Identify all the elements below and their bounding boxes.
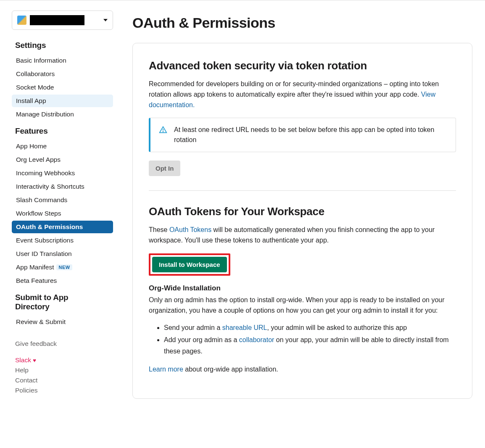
token-rotation-desc-text: Recommended for developers building on o… (149, 80, 439, 98)
opt-in-button[interactable]: Opt In (149, 161, 180, 176)
sidebar-item-label: Workflow Steps (16, 210, 61, 217)
sidebar-item-label: Event Subscriptions (16, 237, 74, 244)
collaborator-link[interactable]: collaborator (239, 336, 274, 343)
oauth-tokens-desc-a: These (149, 226, 169, 233)
footer-link-help[interactable]: Help (15, 365, 113, 375)
token-rotation-title: Advanced token security via token rotati… (149, 59, 456, 72)
alert-text: At least one redirect URL needs to be se… (174, 125, 447, 145)
sidebar-item-label: App Manifest (16, 264, 54, 271)
install-button-highlight: Install to Workspace (149, 253, 230, 276)
list-item: Send your admin a shareable URL, your ad… (164, 322, 456, 333)
sidebar-item-org-level-apps[interactable]: Org Level Apps (12, 153, 113, 166)
org-wide-title: Org-Wide Installation (149, 284, 456, 293)
sidebar-item-app-manifest[interactable]: App Manifest NEW (12, 261, 113, 274)
footer-links: Slack ♥ Help Contact Policies (15, 355, 113, 395)
heart-icon: ♥ (33, 357, 36, 364)
sidebar-item-install-app[interactable]: Install App (12, 95, 113, 107)
chevron-down-icon (103, 19, 108, 21)
bullet1-a: Send your admin a (164, 324, 222, 331)
sidebar-item-incoming-webhooks[interactable]: Incoming Webhooks (12, 167, 113, 179)
footer-link-label: Slack (15, 356, 31, 364)
app-icon (17, 16, 26, 25)
app-name-redacted (30, 15, 84, 25)
nav-list-features: App Home Org Level Apps Incoming Webhook… (12, 140, 113, 287)
sidebar-item-socket-mode[interactable]: Socket Mode (12, 81, 113, 94)
footer-link-contact[interactable]: Contact (15, 375, 113, 385)
sidebar-item-basic-information[interactable]: Basic Information (12, 54, 113, 67)
sidebar-item-label: Org Level Apps (16, 156, 61, 163)
learn-more-suffix: about org-wide app installation. (183, 366, 278, 373)
main-content: OAuth & Permissions Advanced token secur… (120, 0, 485, 416)
sidebar-item-label: Incoming Webhooks (16, 169, 75, 177)
sidebar-item-interactivity-shortcuts[interactable]: Interactivity & Shortcuts (12, 180, 113, 193)
sidebar-item-label: Interactivity & Shortcuts (16, 183, 84, 190)
section-title-features: Features (15, 126, 113, 136)
sidebar-item-user-id-translation[interactable]: User ID Translation (12, 248, 113, 260)
app-selector-dropdown[interactable] (12, 11, 113, 30)
oauth-tokens-link[interactable]: OAuth Tokens (169, 226, 211, 233)
install-to-workspace-button[interactable]: Install to Workspace (152, 257, 227, 272)
page-title: OAuth & Permissions (132, 15, 472, 31)
learn-more-link[interactable]: Learn more (149, 366, 183, 373)
warning-icon (159, 126, 167, 146)
sidebar-item-beta-features[interactable]: Beta Features (12, 274, 113, 287)
list-item: Add your org admin as a collaborator on … (164, 334, 456, 357)
section-title-settings: Settings (15, 41, 113, 50)
sidebar-item-label: Basic Information (16, 57, 66, 64)
svg-point-1 (163, 132, 163, 132)
org-wide-options: Send your admin a shareable URL, your ad… (164, 322, 456, 357)
oauth-tokens-desc: These OAuth Tokens will be automatically… (149, 225, 456, 246)
bullet1-b: , your admin will be asked to authorize … (267, 324, 407, 331)
new-badge: NEW (56, 264, 72, 270)
section-title-submit: Submit to App Directory (15, 293, 87, 311)
content-card: Advanced token security via token rotati… (132, 43, 472, 399)
sidebar-item-label: Beta Features (16, 277, 57, 285)
nav-list-settings: Basic Information Collaborators Socket M… (12, 54, 113, 121)
sidebar-item-label: Install App (16, 97, 46, 105)
footer-link-policies[interactable]: Policies (15, 385, 113, 395)
sidebar-item-label: App Home (16, 142, 47, 150)
sidebar: Settings Basic Information Collaborators… (0, 0, 120, 416)
sidebar-item-manage-distribution[interactable]: Manage Distribution (12, 108, 113, 121)
oauth-tokens-title: OAuth Tokens for Your Workspace (149, 205, 456, 218)
sidebar-item-event-subscriptions[interactable]: Event Subscriptions (12, 234, 113, 247)
sidebar-item-workflow-steps[interactable]: Workflow Steps (12, 207, 113, 220)
sidebar-item-label: Collaborators (16, 70, 55, 78)
sidebar-item-collaborators[interactable]: Collaborators (12, 68, 113, 80)
give-feedback-link[interactable]: Give feedback (15, 340, 113, 348)
sidebar-item-label: OAuth & Permissions (16, 223, 83, 231)
shareable-url-link[interactable]: shareable URL (222, 324, 267, 331)
sidebar-item-review-submit[interactable]: Review & Submit (12, 316, 113, 328)
token-rotation-desc: Recommended for developers building on o… (149, 79, 456, 110)
redirect-url-alert: At least one redirect URL needs to be se… (149, 118, 456, 152)
sidebar-item-slash-commands[interactable]: Slash Commands (12, 194, 113, 206)
sidebar-item-label: Slash Commands (16, 196, 67, 204)
footer-link-slack[interactable]: Slack ♥ (15, 355, 113, 365)
sidebar-item-app-home[interactable]: App Home (12, 140, 113, 153)
sidebar-item-label: Review & Submit (16, 318, 66, 326)
nav-list-submit: Review & Submit (12, 316, 113, 328)
section-divider (149, 190, 456, 191)
sidebar-item-label: Socket Mode (16, 84, 54, 91)
sidebar-item-oauth-permissions[interactable]: OAuth & Permissions (12, 221, 113, 233)
learn-more-line: Learn more about org-wide app installati… (149, 364, 456, 375)
org-wide-desc: Only an org admin has the option to inst… (149, 295, 456, 316)
bullet2-a: Add your org admin as a (164, 336, 239, 343)
sidebar-item-label: Manage Distribution (16, 111, 74, 118)
sidebar-item-label: User ID Translation (16, 250, 72, 258)
